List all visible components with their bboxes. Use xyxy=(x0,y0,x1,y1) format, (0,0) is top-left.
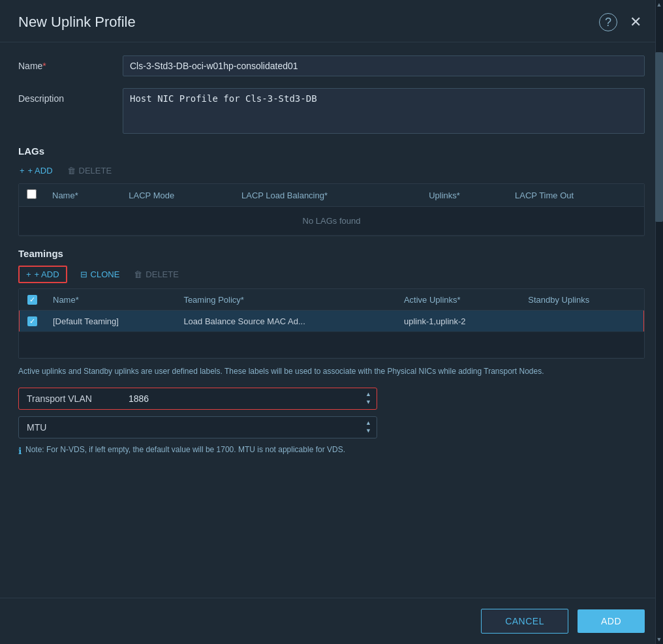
transport-vlan-row: Transport VLAN ▲ ▼ xyxy=(18,388,377,410)
lags-delete-button[interactable]: 🗑 DELETE xyxy=(66,163,114,178)
scrollbar-thumb[interactable] xyxy=(655,52,663,222)
cancel-button[interactable]: CANCEL xyxy=(481,609,568,634)
lags-no-data: No LAGs found xyxy=(19,207,644,236)
teamings-header-checkbox[interactable]: ✓ xyxy=(27,295,37,305)
teamings-row-active-uplinks: uplink-1,uplink-2 xyxy=(396,311,520,332)
transport-vlan-input[interactable] xyxy=(123,390,363,408)
lags-add-button[interactable]: + + ADD xyxy=(18,163,54,178)
lags-col-name: Name* xyxy=(44,184,121,207)
add-button[interactable]: ADD xyxy=(578,609,645,633)
close-button[interactable]: ✕ xyxy=(626,13,645,31)
plus-icon: + xyxy=(26,269,31,279)
teamings-note: Active uplinks and Standby uplinks are u… xyxy=(18,365,645,377)
teamings-col-active-uplinks: Active Uplinks* xyxy=(396,289,520,311)
scroll-down-arrow[interactable]: ▼ xyxy=(655,636,663,643)
lags-toolbar: + + ADD 🗑 DELETE xyxy=(18,163,645,178)
header-icons: ? ✕ xyxy=(599,13,645,31)
dialog-title: New Uplink Profile xyxy=(18,14,136,31)
vlan-mtu-section: Transport VLAN ▲ ▼ MTU ▲ ▼ ℹ Note: For N… xyxy=(18,388,645,456)
teamings-col-name: Name* xyxy=(45,289,176,311)
teamings-row-name: [Default Teaming] xyxy=(45,311,176,332)
lags-header-checkbox-cell xyxy=(19,184,44,207)
lags-section: LAGs + + ADD 🗑 DELETE xyxy=(18,146,645,236)
lags-title: LAGs xyxy=(18,146,645,157)
lags-header-checkbox[interactable] xyxy=(27,189,37,199)
teamings-add-button[interactable]: + + ADD xyxy=(18,266,67,283)
scrollbar-track[interactable]: ▲ ▼ xyxy=(655,0,663,644)
mtu-up[interactable]: ▲ xyxy=(363,420,374,427)
name-field-row: Name* xyxy=(18,55,645,76)
teamings-col-policy: Teaming Policy* xyxy=(176,289,396,311)
info-icon: ℹ xyxy=(18,446,22,456)
help-button[interactable]: ? xyxy=(599,13,617,31)
description-label: Description xyxy=(18,88,123,104)
teamings-header-checkbox-cell: ✓ xyxy=(20,289,46,311)
teamings-row-policy: Load Balance Source MAC Ad... xyxy=(176,311,396,332)
new-uplink-profile-dialog: ▲ ▼ New Uplink Profile ? ✕ Name* Descrip… xyxy=(0,0,663,644)
teamings-table-container: ✓ Name* Teaming Policy* Active Uplinks* … xyxy=(18,288,645,359)
plus-icon: + xyxy=(20,166,25,176)
lags-table: Name* LACP Mode LACP Load Balancing* Upl… xyxy=(19,184,644,236)
dialog-header: New Uplink Profile ? ✕ xyxy=(0,0,663,42)
transport-vlan-up[interactable]: ▲ xyxy=(363,391,374,399)
teamings-delete-button[interactable]: 🗑 DELETE xyxy=(132,267,180,282)
teamings-table: ✓ Name* Teaming Policy* Active Uplinks* … xyxy=(19,289,644,358)
teamings-row-checkbox-cell: ✓ xyxy=(20,311,46,332)
mtu-row: MTU ▲ ▼ xyxy=(18,416,377,438)
lags-no-data-row: No LAGs found xyxy=(19,207,644,236)
dialog-footer: CANCEL ADD xyxy=(0,598,663,644)
description-field-row: Description Host NIC Profile for Cls-3-S… xyxy=(18,88,645,134)
teamings-clone-button[interactable]: ⊟ CLONE xyxy=(79,267,121,282)
dialog-body: Name* Description Host NIC Profile for C… xyxy=(0,42,663,598)
trash-icon: 🗑 xyxy=(67,166,76,176)
name-label: Name* xyxy=(18,55,123,71)
transport-vlan-spinner: ▲ ▼ xyxy=(363,391,377,406)
lags-header-row: Name* LACP Mode LACP Load Balancing* Upl… xyxy=(19,184,644,207)
name-input[interactable] xyxy=(123,55,645,76)
teamings-empty-row xyxy=(20,332,644,358)
teamings-row-standby-uplinks xyxy=(520,311,643,332)
lags-table-container: Name* LACP Mode LACP Load Balancing* Upl… xyxy=(18,183,645,236)
teamings-header-row: ✓ Name* Teaming Policy* Active Uplinks* … xyxy=(20,289,644,311)
transport-vlan-down[interactable]: ▼ xyxy=(363,399,374,406)
trash-icon: 🗑 xyxy=(134,269,142,279)
mtu-input[interactable] xyxy=(123,418,363,437)
lags-col-lacp-lb: LACP Load Balancing* xyxy=(234,184,421,207)
teamings-toolbar: + + ADD ⊟ CLONE 🗑 DELETE xyxy=(18,266,645,283)
transport-vlan-label: Transport VLAN xyxy=(19,393,123,404)
teamings-title: Teamings xyxy=(18,248,645,259)
lags-col-lacp-mode: LACP Mode xyxy=(121,184,234,207)
teamings-row-checkbox[interactable]: ✓ xyxy=(27,316,37,326)
description-input[interactable]: Host NIC Profile for Cls-3-Std3-DB xyxy=(123,88,645,134)
clone-icon: ⊟ xyxy=(80,269,87,279)
teamings-section: Teamings + + ADD ⊟ CLONE 🗑 DELETE xyxy=(18,248,645,359)
mtu-spinner: ▲ ▼ xyxy=(363,420,377,435)
mtu-note-row: ℹ Note: For N-VDS, if left empty, the de… xyxy=(18,445,645,456)
mtu-down[interactable]: ▼ xyxy=(363,427,374,435)
lags-col-lacp-timeout: LACP Time Out xyxy=(507,184,644,207)
mtu-label: MTU xyxy=(19,422,123,433)
scroll-up-arrow[interactable]: ▲ xyxy=(655,1,663,8)
mtu-note-text: Note: For N-VDS, if left empty, the defa… xyxy=(25,445,345,454)
teamings-row[interactable]: ✓ [Default Teaming] Load Balance Source … xyxy=(20,311,644,332)
teamings-col-standby-uplinks: Standby Uplinks xyxy=(520,289,643,311)
lags-col-uplinks: Uplinks* xyxy=(421,184,507,207)
